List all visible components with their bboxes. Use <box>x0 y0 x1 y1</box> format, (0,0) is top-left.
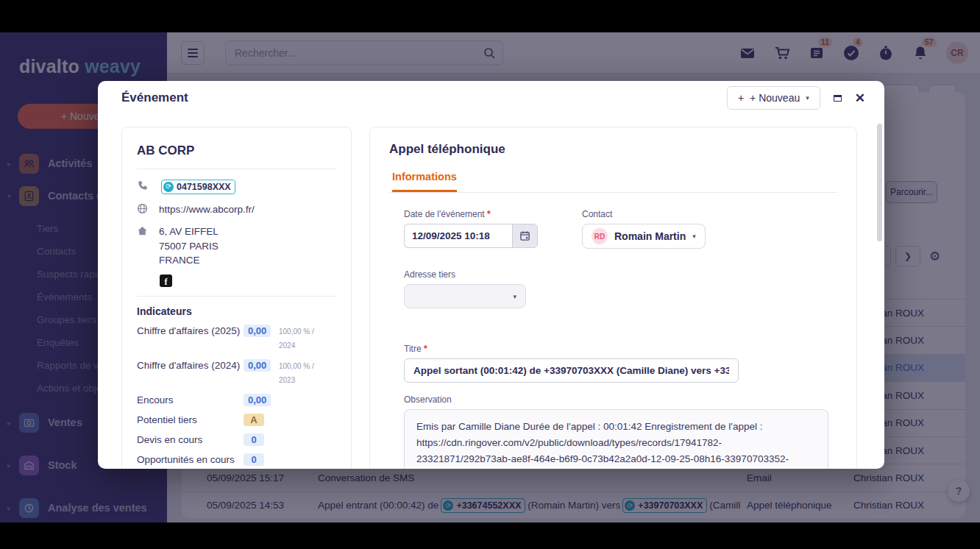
plus-icon: + <box>738 92 744 104</box>
contact-initials-badge: RD <box>592 228 608 244</box>
event-tabs: Informations <box>389 170 837 193</box>
caret-down-icon: ▾ <box>513 293 516 300</box>
date-field-group: Date de l'événement * <box>404 209 538 249</box>
indicator-value: 0 <box>244 453 264 466</box>
indicator-value: 0,00 <box>244 394 271 406</box>
contact-label: Contact <box>582 209 706 219</box>
calendar-icon <box>519 230 530 241</box>
indicator-row: Chiffre d'affaires (2025) 0,00 100,00 % … <box>137 325 336 353</box>
indicator-value: A <box>244 414 264 426</box>
required-asterisk: * <box>487 209 491 219</box>
phone-icon <box>137 180 159 196</box>
app-window: divalto weavy + Nouveau ▸ Activités ▾ Co… <box>0 32 980 523</box>
modal-title: Événement <box>121 91 188 105</box>
caret-down-icon: ▾ <box>692 233 696 240</box>
maximize-icon <box>834 95 842 102</box>
event-card: Appel téléphonique Informations Date de … <box>369 127 857 469</box>
titre-field-group: Titre * <box>404 344 837 383</box>
event-heading: Appel téléphonique <box>389 142 837 157</box>
globe-icon <box>137 202 159 219</box>
indicator-row: Chiffre d'affaires (2024) 0,00 100,00 % … <box>137 359 336 387</box>
observation-field-group: Observation Emis par Camille Diane Durée… <box>404 394 837 469</box>
modal-scrollbar[interactable] <box>877 124 882 241</box>
company-website-row: https://www.abcorp.fr/ <box>137 202 336 219</box>
titre-label: Titre * <box>404 344 837 354</box>
indicator-row: Encours 0,00 <box>137 394 336 407</box>
home-icon <box>137 224 159 268</box>
facebook-icon[interactable]: f <box>160 274 172 287</box>
event-modal: Événement + + Nouveau ▾ ✕ AB CORP <box>98 81 884 469</box>
indicator-row: Potentiel tiers A <box>137 414 336 427</box>
indicator-value: 0,00 <box>244 325 271 337</box>
company-name: AB CORP <box>137 139 336 169</box>
indicator-value: 0,00 <box>244 359 271 372</box>
indicator-row: Opportunités en cours 0 <box>137 453 336 467</box>
company-card: AB CORP ⟳0471598XXX https://www.abcorp.f… <box>121 127 352 469</box>
indicator-value: 0 <box>244 433 264 446</box>
observation-textarea[interactable]: Emis par Camille Diane Durée de l'appel … <box>404 409 828 469</box>
company-socials-row: f <box>137 274 336 287</box>
event-form: Date de l'événement * Contact RD Roma <box>389 209 837 469</box>
company-website[interactable]: https://www.abcorp.fr/ <box>159 202 255 219</box>
observation-label: Observation <box>404 394 837 405</box>
ringover-icon: ⟳ <box>163 182 174 192</box>
adresse-label: Adresse tiers <box>404 269 837 280</box>
indicators-title: Indicateurs <box>137 305 336 317</box>
date-label: Date de l'événement * <box>404 209 538 219</box>
caret-down-icon: ▾ <box>806 94 809 102</box>
required-asterisk: * <box>424 344 427 354</box>
adresse-select[interactable]: ▾ <box>404 284 526 308</box>
maximize-button[interactable] <box>834 95 842 102</box>
event-date-input[interactable] <box>404 224 512 248</box>
close-button[interactable]: ✕ <box>855 91 865 106</box>
modal-new-button[interactable]: + + Nouveau ▾ <box>727 86 820 110</box>
phone-badge[interactable]: ⟳0471598XXX <box>161 180 235 194</box>
company-address-row: 6, AV EIFFEL 75007 PARIS FRANCE <box>137 224 336 268</box>
indicator-row: Devis en cours 0 <box>137 433 336 447</box>
adresse-field-group: Adresse tiers ▾ <box>404 269 837 308</box>
company-phone-row: ⟳0471598XXX <box>137 180 336 196</box>
contact-select[interactable]: RD Romain Martin ▾ <box>582 224 706 249</box>
tab-informations[interactable]: Informations <box>392 171 457 192</box>
contact-field-group: Contact RD Romain Martin ▾ <box>582 209 706 249</box>
calendar-button[interactable] <box>512 224 538 248</box>
contact-name: Romain Martin <box>614 230 686 242</box>
modal-header: Événement + + Nouveau ▾ ✕ <box>98 81 884 115</box>
company-address: 6, AV EIFFEL 75007 PARIS FRANCE <box>159 224 219 268</box>
titre-input[interactable] <box>404 358 739 383</box>
